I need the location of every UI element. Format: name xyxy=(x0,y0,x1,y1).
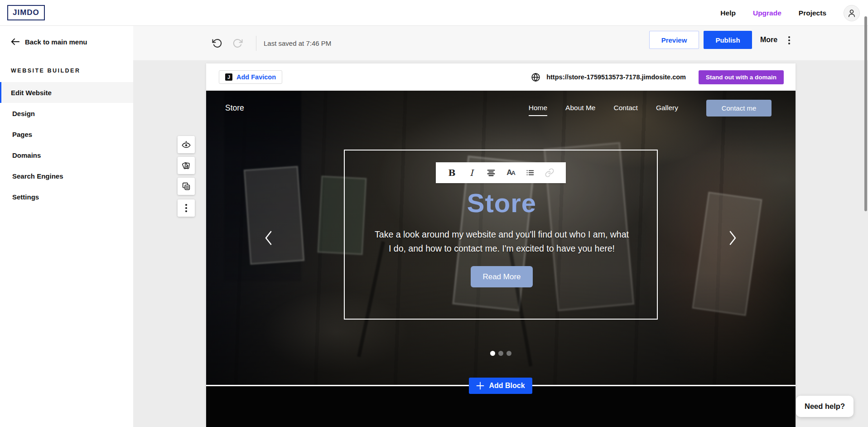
sidebar-item-design[interactable]: Design xyxy=(0,103,133,124)
copy-icon xyxy=(181,181,191,191)
domain-upsell-button[interactable]: Stand out with a domain xyxy=(699,70,784,84)
style-block-button[interactable] xyxy=(178,157,195,174)
list-icon xyxy=(525,168,535,178)
site-nav-gallery[interactable]: Gallery xyxy=(656,99,678,117)
site-url[interactable]: https://store-1759513573-7178.jimdosite.… xyxy=(546,73,686,81)
link-icon xyxy=(545,168,555,178)
chevron-right-icon xyxy=(728,230,737,246)
add-block-label: Add Block xyxy=(489,382,525,390)
duplicate-block-button[interactable] xyxy=(178,178,195,195)
preview-button[interactable]: Preview xyxy=(649,31,699,49)
sidebar-menu: Edit Website Design Pages Domains Search… xyxy=(0,82,133,207)
last-saved-status: Last saved at 7:46 PM xyxy=(264,39,331,47)
carousel-dots xyxy=(206,351,796,356)
need-help-button[interactable]: Need help? xyxy=(796,396,854,417)
toolbar-divider xyxy=(256,36,256,51)
jimdo-editor: JIMDO Help Upgrade Projects Back to main… xyxy=(0,0,868,427)
favicon-placeholder-icon: J xyxy=(225,73,232,81)
more-options-kebab-icon[interactable] xyxy=(786,35,792,46)
add-block-button[interactable]: Add Block xyxy=(469,378,532,394)
site-nav-about-me[interactable]: About Me xyxy=(565,99,595,117)
italic-button[interactable]: I xyxy=(464,165,479,180)
sidebar-item-edit-website[interactable]: Edit Website xyxy=(0,82,133,103)
undo-icon xyxy=(212,38,222,49)
sidebar-item-label: Design xyxy=(12,110,35,117)
eye-icon xyxy=(181,140,191,150)
site-logo[interactable]: Store xyxy=(225,103,244,113)
chevron-left-icon xyxy=(264,230,273,246)
read-more-button[interactable]: Read More xyxy=(471,266,533,287)
redo-button[interactable] xyxy=(230,35,246,51)
sidebar-item-label: Settings xyxy=(12,193,39,201)
italic-icon: I xyxy=(470,168,473,178)
carousel-prev-button[interactable] xyxy=(264,230,273,247)
sidebar-item-label: Pages xyxy=(12,131,32,138)
sidebar-item-search-engines[interactable]: Search Engines xyxy=(0,165,133,186)
site-settings-bar: J Add Favicon https://store-1759513573-7… xyxy=(206,63,796,91)
contact-me-button[interactable]: Contact me xyxy=(706,100,772,116)
publish-button[interactable]: Publish xyxy=(704,31,752,49)
back-arrow-icon xyxy=(11,38,20,46)
site-url-group: https://store-1759513573-7178.jimdosite.… xyxy=(531,70,796,84)
hero-section[interactable]: Store Home About Me Contact Gallery Cont… xyxy=(206,91,796,385)
more-button[interactable]: More xyxy=(760,35,777,44)
help-link[interactable]: Help xyxy=(720,9,736,17)
hero-title[interactable]: Store xyxy=(345,188,659,218)
hero-art-shape xyxy=(692,192,762,316)
account-avatar[interactable] xyxy=(844,5,860,21)
hide-block-button[interactable] xyxy=(178,136,195,153)
carousel-dot-3[interactable] xyxy=(506,351,511,356)
align-center-icon xyxy=(486,168,496,178)
jimdo-logo[interactable]: JIMDO xyxy=(7,5,45,20)
sidebar-item-pages[interactable]: Pages xyxy=(0,124,133,145)
kebab-icon xyxy=(185,204,187,212)
sidebar-item-domains[interactable]: Domains xyxy=(0,145,133,165)
hero-body-text[interactable]: Take a look around my website and you'll… xyxy=(375,228,629,256)
back-to-main-menu[interactable]: Back to main menu xyxy=(11,38,87,46)
selected-block-outline[interactable]: B I AA Store Take a look around my websi… xyxy=(344,150,658,320)
top-header: JIMDO Help Upgrade Projects xyxy=(0,0,868,26)
undo-button[interactable] xyxy=(209,35,225,51)
list-button[interactable] xyxy=(522,165,538,180)
add-favicon-label: Add Favicon xyxy=(236,73,276,81)
sidebar-section-title: WEBSITE BUILDER xyxy=(11,68,80,74)
swatches-icon xyxy=(181,160,191,170)
carousel-next-button[interactable] xyxy=(728,230,737,247)
plus-icon xyxy=(476,382,484,390)
text-edit-toolbar: B I AA xyxy=(436,162,566,183)
sidebar-item-label: Domains xyxy=(12,151,41,159)
website-preview-canvas: J Add Favicon https://store-1759513573-7… xyxy=(206,63,796,427)
hero-art-shape xyxy=(244,166,304,265)
align-button[interactable] xyxy=(483,165,499,180)
block-more-options-button[interactable] xyxy=(178,199,195,217)
projects-link[interactable]: Projects xyxy=(799,9,826,17)
bold-button[interactable]: B xyxy=(444,165,460,180)
carousel-dot-1[interactable] xyxy=(490,351,495,356)
font-style-button[interactable]: AA xyxy=(503,165,518,180)
page-scrollbar[interactable] xyxy=(864,16,867,211)
about-me-title: About Me xyxy=(206,423,796,427)
sidebar-item-label: Edit Website xyxy=(11,89,52,97)
back-label: Back to main menu xyxy=(25,38,87,46)
link-button[interactable] xyxy=(542,165,557,180)
redo-icon xyxy=(232,38,243,49)
add-favicon-button[interactable]: J Add Favicon xyxy=(219,70,282,84)
bold-icon: B xyxy=(448,168,456,178)
carousel-dot-2[interactable] xyxy=(498,351,503,356)
upgrade-link[interactable]: Upgrade xyxy=(753,9,781,17)
site-nav: Home About Me Contact Gallery Contact me xyxy=(529,99,772,117)
account-nav: Help Upgrade Projects xyxy=(720,0,860,26)
site-header: Store Home About Me Contact Gallery Cont… xyxy=(206,91,796,127)
site-nav-home[interactable]: Home xyxy=(529,99,547,117)
jimdo-logo-text: JIMDO xyxy=(13,8,39,17)
person-icon xyxy=(847,8,857,18)
font-style-icon: AA xyxy=(506,168,515,177)
sidebar-item-settings[interactable]: Settings xyxy=(0,186,133,207)
site-nav-contact[interactable]: Contact xyxy=(613,99,637,117)
globe-icon xyxy=(531,73,540,82)
sidebar-item-label: Search Engines xyxy=(12,172,63,180)
builder-sidebar: Back to main menu WEBSITE BUILDER Edit W… xyxy=(0,26,133,427)
